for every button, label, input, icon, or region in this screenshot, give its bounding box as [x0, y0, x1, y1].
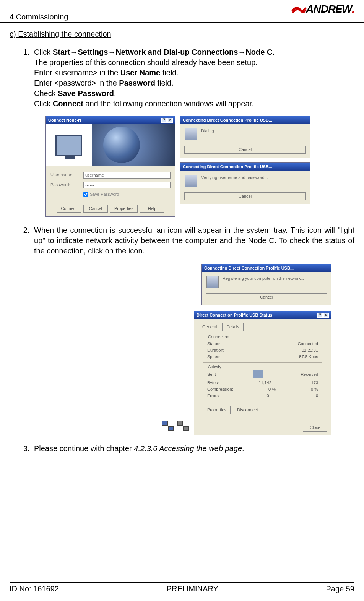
password-label: Password:: [50, 182, 83, 188]
brand-logo: ANDREW.: [291, 3, 354, 15]
tab-general[interactable]: General: [198, 323, 221, 331]
err-recv: 0: [316, 393, 318, 399]
speed-value: 57.6 Kbps: [299, 354, 318, 360]
activity-group: Activity Sent — — Received Bytes:11,1421…: [203, 367, 322, 402]
help-icon[interactable]: ?: [317, 313, 323, 318]
disconnect-button[interactable]: Disconnect: [233, 406, 262, 414]
network-active-icon[interactable]: [162, 421, 174, 431]
network-icon: [253, 370, 263, 378]
status-dialog: Direct Connection Prolific USB Status ? …: [194, 311, 332, 435]
duration-value: 02:20:31: [302, 348, 318, 353]
register-dialog: Connecting Direct Connection Prolific US…: [202, 264, 332, 306]
save-password-checkbox[interactable]: [83, 192, 88, 197]
register-titlebar: Connecting Direct Connection Prolific US…: [202, 264, 331, 272]
chapter-title: 4 Commissioning: [10, 13, 68, 22]
network-idle-icon[interactable]: [177, 421, 189, 431]
username-input[interactable]: [83, 172, 171, 179]
screenshots-row-2: Connecting Direct Connection Prolific US…: [34, 264, 354, 435]
verify-text: Verifying username and password...: [201, 175, 305, 180]
doc-status: PRELIMINARY: [167, 585, 218, 593]
bytes-recv: 173: [311, 380, 318, 386]
comp-sent: 0 %: [233, 387, 311, 392]
page-footer: ID No: 161692 PRELIMINARY Page 59: [10, 582, 354, 593]
connection-group: Connection Status:Connected Duration:02:…: [203, 337, 322, 363]
brand-dot: .: [352, 3, 354, 15]
modem-icon: [185, 175, 197, 187]
step-2: When the connection is successful an ico…: [32, 225, 354, 435]
help-button[interactable]: Help: [140, 205, 164, 213]
verify-titlebar: Connecting Direct Connection Prolific US…: [180, 163, 310, 171]
page-number: Page 59: [326, 585, 354, 593]
status-titlebar: Direct Connection Prolific USB Status ? …: [194, 311, 331, 319]
dialing-text: Dialing...: [201, 128, 305, 134]
close-icon[interactable]: ×: [167, 118, 173, 123]
register-text: Registering your computer on the network…: [223, 276, 327, 281]
status-value: Connected: [298, 341, 318, 347]
cancel-button[interactable]: Cancel: [184, 192, 306, 200]
properties-button[interactable]: Properties: [203, 406, 231, 414]
properties-button[interactable]: Properties: [110, 205, 138, 213]
help-icon[interactable]: ?: [161, 118, 167, 123]
connect-dialog: Connect Node-N ? × User name:: [46, 116, 176, 217]
close-icon[interactable]: ×: [323, 313, 329, 318]
dialing-dialog: Connecting Direct Connection Prolific US…: [180, 116, 310, 158]
modem-icon: [206, 276, 219, 288]
section-title: c) Establishing the connection: [10, 30, 354, 39]
err-sent: 0: [220, 393, 316, 399]
verify-dialog: Connecting Direct Connection Prolific US…: [180, 162, 310, 205]
doc-id: ID No: 161692: [10, 585, 59, 593]
close-button[interactable]: Close: [303, 424, 327, 432]
brand-text: ANDREW: [306, 3, 352, 15]
banner: [46, 124, 175, 166]
dialing-titlebar: Connecting Direct Connection Prolific US…: [180, 116, 310, 124]
save-password-label: Save Password: [90, 192, 119, 197]
connect-titlebar: Connect Node-N ? ×: [46, 116, 175, 124]
modem-icon: [185, 128, 197, 140]
tray-icons: [162, 421, 189, 431]
steps-list: Click Start→Settings→Network and Dial-up…: [10, 47, 354, 454]
comp-recv: 0 %: [311, 387, 318, 392]
bytes-sent: 11,142: [219, 380, 311, 386]
screenshots-row-1: Connect Node-N ? × User name:: [46, 116, 354, 217]
globe-icon: [103, 127, 140, 163]
cancel-button[interactable]: Cancel: [184, 146, 306, 154]
step-1: Click Start→Settings→Network and Dial-up…: [32, 47, 354, 217]
step-3: Please continue with chapter 4.2.3.6 Acc…: [32, 443, 354, 454]
tab-details[interactable]: Details: [222, 323, 244, 331]
connect-button[interactable]: Connect: [57, 205, 81, 213]
username-label: User name:: [50, 172, 83, 178]
cancel-button[interactable]: Cancel: [83, 205, 108, 213]
password-input[interactable]: [83, 182, 171, 188]
cancel-button[interactable]: Cancel: [206, 293, 327, 301]
swoosh-icon: [291, 4, 307, 15]
monitor-icon: [55, 135, 82, 156]
content: c) Establishing the connection Click Sta…: [0, 23, 364, 454]
